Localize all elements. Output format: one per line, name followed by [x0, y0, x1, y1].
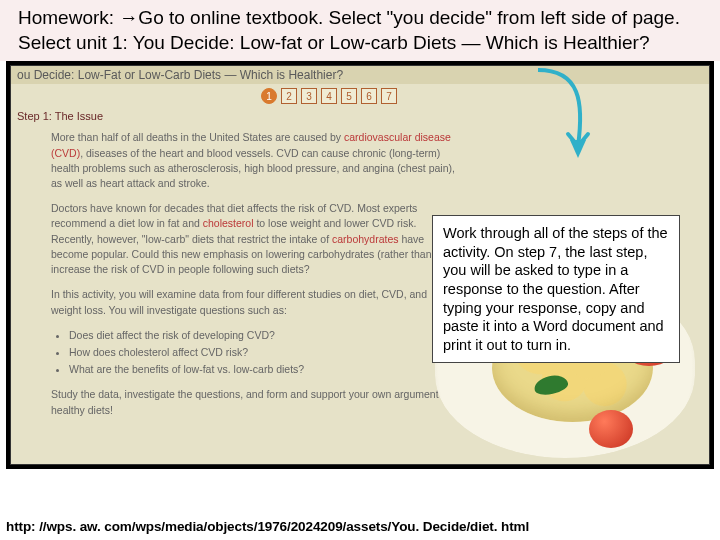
homework-text: Go to online textbook. Select "you decid…: [18, 7, 680, 53]
content-para-4: Study the data, investigate the question…: [51, 387, 459, 417]
question-list: Does diet affect the risk of developing …: [69, 328, 459, 378]
step-tab-7[interactable]: 7: [381, 88, 397, 104]
callout-text: Work through all of the steps of the act…: [443, 225, 668, 352]
content-para-3: In this activity, you will examine data …: [51, 287, 459, 317]
content-para-1: More than half of all deaths in the Unit…: [51, 130, 459, 191]
footer-url: http: //wps. aw. com/wps/media/objects/1…: [6, 519, 529, 534]
step-tab-2[interactable]: 2: [281, 88, 297, 104]
arrow-glyph: →: [119, 7, 138, 28]
step-tab-1[interactable]: 1: [261, 88, 277, 104]
pointer-arrow-icon: [528, 64, 598, 174]
link-cholesterol[interactable]: cholesterol: [203, 217, 254, 229]
step-label: Step 1: The Issue: [11, 108, 709, 126]
homework-banner: Homework: →Go to online textbook. Select…: [0, 0, 720, 61]
content-para-2: Doctors have known for decades that diet…: [51, 201, 459, 277]
step-tab-6[interactable]: 6: [361, 88, 377, 104]
link-carbohydrates[interactable]: carbohydrates: [332, 233, 399, 245]
list-item: Does diet affect the risk of developing …: [69, 328, 459, 343]
textbook-screenshot-frame: ou Decide: Low-Fat or Low-Carb Diets — W…: [6, 61, 714, 469]
step-tab-4[interactable]: 4: [321, 88, 337, 104]
step-tab-3[interactable]: 3: [301, 88, 317, 104]
list-item: What are the benefits of low-fat vs. low…: [69, 362, 459, 377]
step-tab-5[interactable]: 5: [341, 88, 357, 104]
page-title: ou Decide: Low-Fat or Low-Carb Diets — W…: [11, 66, 709, 84]
list-item: How does cholesterol affect CVD risk?: [69, 345, 459, 360]
instruction-callout: Work through all of the steps of the act…: [432, 215, 680, 363]
svg-marker-0: [570, 140, 586, 158]
homework-label: Homework:: [18, 7, 114, 28]
step-tabs: 1 2 3 4 5 6 7: [11, 84, 709, 108]
